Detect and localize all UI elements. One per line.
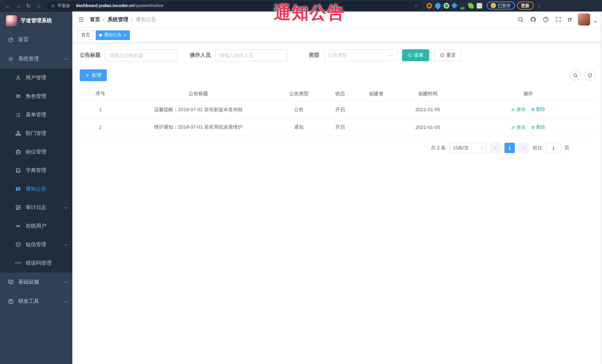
page-number-active[interactable]: 1 xyxy=(505,143,515,153)
browser-toolbar: ← → ↻ ⌂ ⚠ 不安全 dashboard.yudao.iocoder.cn… xyxy=(0,0,602,11)
breadcrumb-system[interactable]: 系统管理 xyxy=(108,16,128,23)
sidebar-item-audit-log[interactable]: 审计日志 xyxy=(0,198,72,217)
security-warning-icon: ⚠ xyxy=(51,3,55,8)
sidebar-item-infrastructure[interactable]: 基础设施 xyxy=(0,272,72,292)
tag-label: 首页 xyxy=(81,32,90,38)
chevron-down-icon xyxy=(64,280,68,283)
edit-link[interactable]: 修改 xyxy=(511,106,526,113)
cell-type: 公告 xyxy=(276,106,322,113)
edit-link[interactable]: 修改 xyxy=(511,124,526,130)
chevron-down-icon xyxy=(64,206,68,209)
cell-status: 开启 xyxy=(322,124,358,130)
add-button[interactable]: 新增 xyxy=(80,69,107,81)
col-time: 创建时间 xyxy=(394,90,461,97)
search-icon[interactable] xyxy=(517,16,524,23)
briefcase-icon xyxy=(15,149,21,155)
extension-icon[interactable] xyxy=(468,3,474,8)
scrollbar[interactable] xyxy=(601,11,602,364)
sidebar-item-dict-management[interactable]: 字典管理 xyxy=(0,161,72,180)
caret-down-icon[interactable] xyxy=(594,21,597,23)
chevron-down-icon xyxy=(64,243,68,246)
trash-icon xyxy=(531,107,535,112)
browser-update-button[interactable]: 更新 xyxy=(517,1,534,10)
cell-type: 通知 xyxy=(276,124,322,130)
browser-back-icon[interactable]: ← xyxy=(4,3,12,8)
cell-create-time: 2021-01-05 xyxy=(394,107,461,112)
browser-home-icon[interactable]: ⌂ xyxy=(35,3,43,8)
app-logo-row[interactable]: 芋道管理系统 xyxy=(0,11,72,30)
sidebar-item-notice-announcement[interactable]: 通知公告 xyxy=(0,180,72,198)
screen: ← → ↻ ⌂ ⚠ 不安全 dashboard.yudao.iocoder.cn… xyxy=(0,0,602,364)
sidebar-item-role-management[interactable]: 角色管理 xyxy=(0,87,72,106)
sidebar-item-sms-management[interactable]: 短信管理 xyxy=(0,235,72,254)
browser-forward-icon[interactable]: → xyxy=(14,3,22,8)
sidebar-item-dev-tools[interactable]: 研发工具 xyxy=(0,292,72,311)
extension-icon[interactable] xyxy=(460,3,465,8)
breadcrumb-home[interactable]: 首页 xyxy=(90,16,100,23)
user-avatar[interactable] xyxy=(578,13,590,26)
cell-create-time: 2021-01-05 xyxy=(394,124,461,130)
menu-list-icon xyxy=(15,112,21,118)
extensions-puzzle-icon[interactable] xyxy=(477,3,482,8)
operator-filter-input[interactable] xyxy=(215,49,288,61)
bookmark-star-icon[interactable]: ☆ xyxy=(414,3,419,8)
extension-icon[interactable] xyxy=(444,3,449,8)
delete-link[interactable]: 删除 xyxy=(531,124,545,130)
cell-operations: 修改 删除 xyxy=(461,106,595,113)
close-icon[interactable] xyxy=(124,33,127,37)
sidebar-item-label: 系统管理 xyxy=(18,56,60,62)
help-icon[interactable] xyxy=(543,16,549,23)
sidebar-item-user-management[interactable]: 用户管理 xyxy=(0,69,72,87)
page-content: 公告标题 操作人员 类型 公告类型 搜索 xyxy=(72,43,602,364)
app-logo xyxy=(6,15,17,26)
address-bar[interactable]: ⚠ 不安全 dashboard.yudao.iocoder.cn/system/… xyxy=(47,1,422,10)
notice-table: 序号 公告标题 公告类型 状态 创建者 创建时间 操作 1 温馨提醒：2018-… xyxy=(80,87,595,136)
fullscreen-icon[interactable] xyxy=(555,16,562,23)
sidebar-item-post-management[interactable]: 岗位管理 xyxy=(0,143,72,161)
sidebar-item-error-code-management[interactable]: </> 错误码管理 xyxy=(0,254,72,272)
refresh-icon xyxy=(587,73,592,78)
refresh-table-button[interactable] xyxy=(584,70,595,81)
tools-icon xyxy=(7,298,14,304)
tag-home[interactable]: 首页 xyxy=(78,30,94,40)
security-label[interactable]: 不安全 xyxy=(57,3,70,8)
extension-icon[interactable] xyxy=(434,2,442,10)
extension-icon[interactable] xyxy=(451,2,458,9)
goto-page-input[interactable] xyxy=(546,143,561,153)
title-filter-label: 公告标题 xyxy=(80,52,100,59)
col-creator: 创建者 xyxy=(358,90,394,97)
toggle-search-button[interactable] xyxy=(570,70,581,81)
collapse-sidebar-icon[interactable] xyxy=(77,16,85,23)
user-icon xyxy=(15,75,21,81)
sidebar-item-home[interactable]: 首页 xyxy=(0,30,72,49)
chevron-down-icon xyxy=(390,53,393,56)
search-button[interactable]: 搜索 xyxy=(402,49,429,61)
roles-icon xyxy=(15,93,21,100)
browser-reload-icon[interactable]: ↻ xyxy=(24,3,33,8)
tag-notice[interactable]: 通知公告 xyxy=(96,30,130,40)
sidebar-item-label: 角色管理 xyxy=(26,93,67,100)
sidebar-item-dept-management[interactable]: 部门管理 xyxy=(0,124,72,143)
sidebar-item-system-management[interactable]: 系统管理 xyxy=(0,49,72,69)
profile-avatar-icon: ☺ xyxy=(491,3,496,8)
browser-menu-icon[interactable]: ⋮ xyxy=(537,3,542,9)
delete-link[interactable]: 删除 xyxy=(531,106,545,113)
next-page-button[interactable] xyxy=(518,143,529,153)
font-size-icon[interactable]: tT xyxy=(568,17,572,22)
github-icon[interactable] xyxy=(530,16,537,23)
sidebar-item-online-users[interactable]: 在线用户 xyxy=(0,217,72,235)
prev-page-button[interactable] xyxy=(490,143,501,153)
reset-button[interactable]: 重置 xyxy=(434,49,462,61)
browser-profile-chip[interactable]: ☺ 已暂停 xyxy=(487,1,515,10)
system-submenu: 用户管理 角色管理 菜单管理 部门管理 岗位管理 xyxy=(0,69,72,272)
sidebar-item-menu-management[interactable]: 菜单管理 xyxy=(0,106,72,124)
audit-log-icon xyxy=(15,204,21,211)
col-title: 公告标题 xyxy=(121,90,276,97)
title-filter-input[interactable] xyxy=(105,49,177,61)
sidebar-item-label: 在线用户 xyxy=(26,223,67,229)
table-row: 1 温馨提醒：2018-07-01 若依新版本发布啦 公告 开启 2021-01… xyxy=(80,100,595,118)
trash-icon xyxy=(531,125,535,129)
page-size-select[interactable]: 10条/页 xyxy=(450,143,487,153)
extension-icon[interactable] xyxy=(427,3,432,8)
type-filter-select[interactable]: 公告类型 xyxy=(324,49,397,61)
